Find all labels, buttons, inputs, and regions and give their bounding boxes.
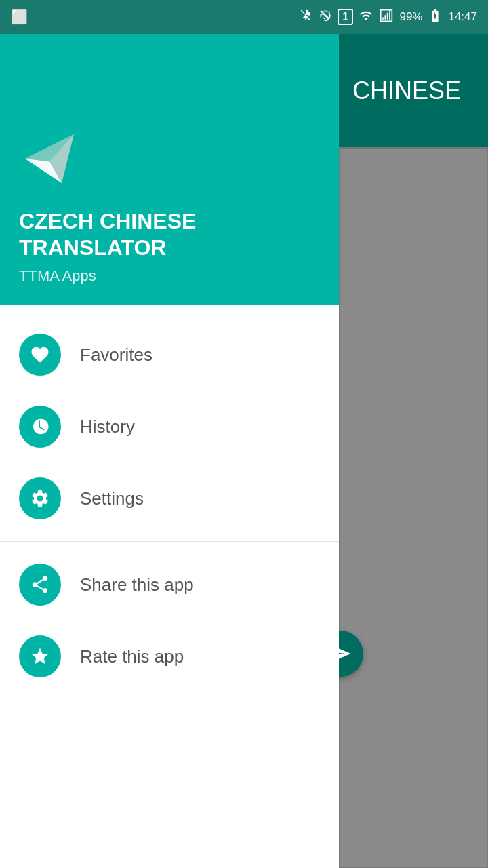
share-label: Share this app — [80, 574, 194, 595]
right-panel-header: CHINESE — [339, 34, 488, 147]
signal-bars-icon — [379, 9, 394, 26]
menu-item-settings[interactable]: Settings — [0, 462, 339, 534]
menu-item-favorites[interactable]: Favorites — [0, 319, 339, 391]
logo-icon — [19, 128, 80, 189]
gear-icon — [30, 488, 50, 509]
badge-icon: 1 — [338, 9, 353, 25]
right-panel-content — [339, 147, 488, 868]
app-title: CZECH CHINESE TRANSLATOR — [19, 208, 320, 260]
screen-icon: ⬜ — [11, 9, 28, 25]
drawer-header: CZECH CHINESE TRANSLATOR TTMA Apps — [0, 34, 339, 305]
menu-item-rate[interactable]: Rate this app — [0, 620, 339, 692]
chinese-label: CHINESE — [352, 77, 461, 105]
settings-label: Settings — [80, 488, 144, 509]
battery-icon — [428, 8, 443, 26]
favorites-label: Favorites — [80, 344, 152, 366]
menu-item-history[interactable]: History — [0, 391, 339, 462]
heart-icon — [30, 344, 50, 365]
app-subtitle: TTMA Apps — [19, 267, 320, 285]
favorites-icon-circle — [19, 334, 61, 376]
silent-icon — [319, 8, 332, 26]
history-icon-circle — [19, 406, 61, 448]
share-icon-circle — [19, 564, 61, 606]
drawer-menu: Favorites History Settings — [0, 305, 339, 868]
navigation-drawer: CZECH CHINESE TRANSLATOR TTMA Apps Favor… — [0, 34, 339, 868]
rate-label: Rate this app — [80, 646, 184, 667]
star-icon — [30, 646, 50, 667]
status-bar: ⬜ 1 99% — [0, 0, 488, 34]
right-panel: CHINESE — [339, 34, 488, 868]
menu-divider — [0, 541, 339, 542]
history-label: History — [80, 416, 135, 437]
main-container: CZECH CHINESE TRANSLATOR TTMA Apps Favor… — [0, 34, 488, 868]
clock-icon — [30, 416, 50, 437]
battery-percentage: 99% — [399, 10, 422, 24]
menu-item-share[interactable]: Share this app — [0, 549, 339, 620]
share-icon — [30, 574, 50, 595]
rate-icon-circle — [19, 635, 61, 677]
bluetooth-mute-icon — [300, 8, 313, 26]
time-display: 14:47 — [448, 10, 477, 24]
settings-icon-circle — [19, 477, 61, 519]
signal-icon — [359, 9, 373, 26]
app-logo — [19, 128, 320, 192]
